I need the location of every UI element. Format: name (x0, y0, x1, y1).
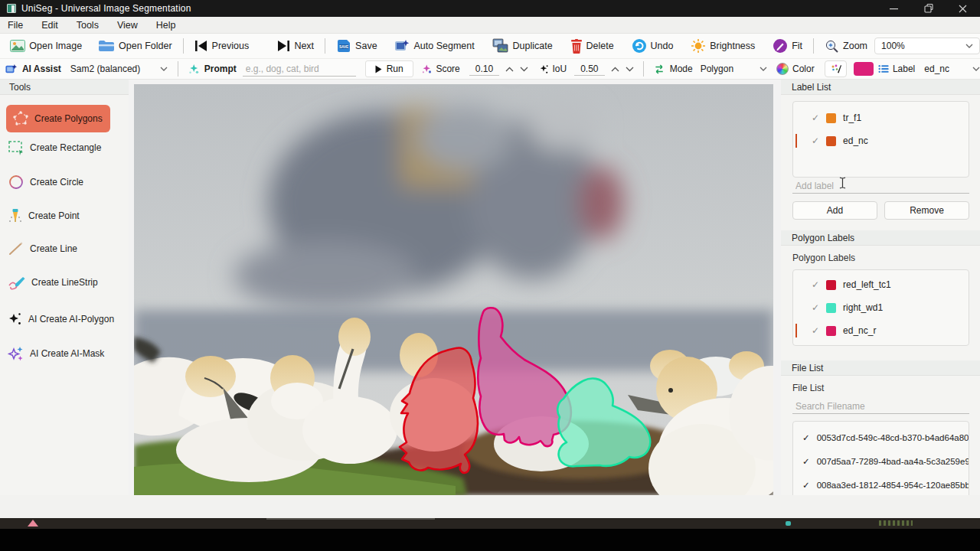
remove-button[interactable]: Remove (884, 201, 969, 220)
run-button[interactable]: Run (365, 60, 413, 77)
check-icon: ✓ (812, 279, 819, 290)
tool-create-polygons[interactable]: Create Polygons (6, 105, 110, 132)
menu-edit[interactable]: Edit (41, 20, 58, 31)
prompt-input[interactable] (243, 62, 356, 77)
color-wheel-icon (776, 63, 789, 75)
color-button[interactable]: Color (776, 63, 815, 75)
undo-button[interactable]: Undo (632, 38, 674, 54)
delete-button[interactable]: Delete (570, 39, 614, 54)
tool-ai-create-mask[interactable]: AI Create AI-Mask (8, 345, 104, 362)
iou-icon (539, 64, 549, 75)
menu-tools[interactable]: Tools (77, 20, 99, 31)
label-list-item-ed_nc[interactable]: ✓ ed_nc (793, 129, 969, 152)
active-color-swatch[interactable] (854, 62, 874, 76)
score-increment-icon[interactable] (505, 67, 514, 72)
zoom-select[interactable]: 100% (874, 37, 980, 54)
chevron-down-icon (160, 67, 168, 71)
zoom-icon (825, 39, 839, 54)
play-icon (375, 65, 382, 73)
previous-button[interactable]: Previous (194, 40, 250, 52)
selection-indicator (795, 134, 797, 148)
label-list-header: Label List (781, 80, 980, 95)
tool-create-point[interactable]: Create Point (8, 207, 80, 224)
taskbar (0, 518, 980, 529)
polygon-icon (12, 110, 29, 127)
fit-button[interactable]: Fit (773, 38, 802, 54)
polygon-label-red_left_tc1[interactable]: ✓ red_left_tc1 (793, 273, 969, 296)
paint-brush-button[interactable] (825, 60, 847, 77)
minimize-button[interactable] (877, 0, 911, 17)
app-window: UniSeg - Universal Image Segmentation Fi… (0, 0, 980, 551)
image-canvas[interactable] (134, 84, 773, 495)
brightness-button[interactable]: Brightness (691, 38, 755, 54)
previous-icon (194, 40, 208, 52)
chevron-down-icon (972, 67, 980, 71)
screen-bottom (0, 529, 980, 551)
taskbar-icon (28, 520, 38, 527)
chevron-down-icon (760, 67, 767, 71)
score-decrement-icon[interactable] (520, 67, 528, 72)
file-list-item[interactable]: ✓ 007d5aa7-7289-4bad-aa4a-5c3a259e9b1 (793, 449, 969, 473)
label-list-item-tr_f1[interactable]: ✓ tr_f1 (793, 106, 969, 129)
label-color-swatch (826, 136, 836, 146)
ai-toolbar: AI Assist Sam2 (balanced) Prompt Run Sco… (0, 59, 980, 80)
circle-icon (8, 174, 24, 191)
score-value[interactable]: 0.10 (469, 63, 499, 76)
polygon-labels-box: ✓ red_left_tc1 ✓ right_wd1 ✓ ed_nc_r (792, 269, 969, 346)
auto-segment-icon (394, 38, 410, 54)
text-cursor (839, 177, 846, 189)
tool-create-linestrip[interactable]: Create LineStrip (8, 275, 98, 290)
menu-help[interactable]: Help (156, 20, 176, 31)
duplicate-button[interactable]: Duplicate (492, 38, 553, 54)
iou-value[interactable]: 0.50 (574, 63, 604, 76)
tool-ai-create-polygon[interactable]: AI Create AI-Polygon (8, 311, 114, 327)
polygon-color-swatch (826, 280, 836, 290)
label-color-swatch (826, 113, 836, 123)
menu-file[interactable]: File (8, 20, 23, 31)
iou-decrement-icon[interactable] (626, 67, 634, 72)
tools-panel-title: Tools (0, 80, 129, 95)
tool-create-circle[interactable]: Create Circle (8, 174, 83, 191)
save-button[interactable]: SAVE Save (336, 38, 377, 54)
prompt-label: Prompt (204, 64, 237, 74)
taskbar-divider (266, 518, 435, 520)
tool-create-rectangle[interactable]: Create Rectangle (8, 140, 101, 155)
file-list-item[interactable]: ✓ 008aa3ed-1812-4854-954c-120ae85bb6b (793, 473, 969, 497)
file-list-header: File List (781, 360, 980, 376)
ai-assist-icon (5, 63, 18, 76)
right-panel: Label List ✓ tr_f1 ✓ ed_nc Add Remove Po… (781, 80, 980, 518)
main-toolbar: Open Image Open Folder Previous Next SAV… (0, 34, 980, 59)
open-image-button[interactable]: Open Image (10, 39, 82, 53)
model-select[interactable]: Sam2 (balanced) (70, 64, 168, 74)
add-label-input[interactable] (792, 179, 969, 194)
taskbar-icon (879, 520, 913, 526)
taskbar-icon (786, 521, 791, 526)
polygon-color-swatch (826, 303, 836, 313)
point-icon (8, 207, 23, 224)
search-filename-input[interactable] (792, 399, 969, 414)
file-list-subtitle: File List (792, 383, 824, 393)
next-icon (276, 40, 290, 52)
zoom-control: Zoom 100% (825, 37, 980, 54)
iou-increment-icon[interactable] (611, 67, 619, 72)
auto-segment-button[interactable]: Auto Segment (394, 38, 474, 54)
mode-select[interactable]: Polygon (701, 64, 767, 74)
tool-create-line[interactable]: Create Line (8, 241, 77, 256)
polygon-label-ed_nc_r[interactable]: ✓ ed_nc_r (793, 319, 969, 342)
menu-view[interactable]: View (117, 20, 138, 31)
sparkle-color-icon (8, 345, 24, 362)
polygon-labels-header: Polygon Labels (781, 230, 980, 246)
maximize-button[interactable] (911, 0, 946, 17)
polygon-label-right_wd1[interactable]: ✓ right_wd1 (793, 296, 969, 319)
file-list-item[interactable]: ✓ 0053d7cd-549c-48cd-b370-b4ad64a8098 (793, 425, 969, 449)
close-button[interactable] (946, 0, 980, 17)
next-button[interactable]: Next (276, 40, 314, 52)
open-folder-button[interactable]: Open Folder (98, 39, 172, 53)
fit-icon (773, 38, 788, 54)
polygon-color-swatch (826, 326, 836, 336)
label-label: Label (893, 64, 915, 74)
add-button[interactable]: Add (792, 201, 877, 220)
label-select[interactable]: ed_nc (924, 64, 980, 74)
open-folder-icon (98, 39, 115, 53)
tools-panel: Tools Create Polygons Create Rectangle C… (0, 80, 129, 518)
